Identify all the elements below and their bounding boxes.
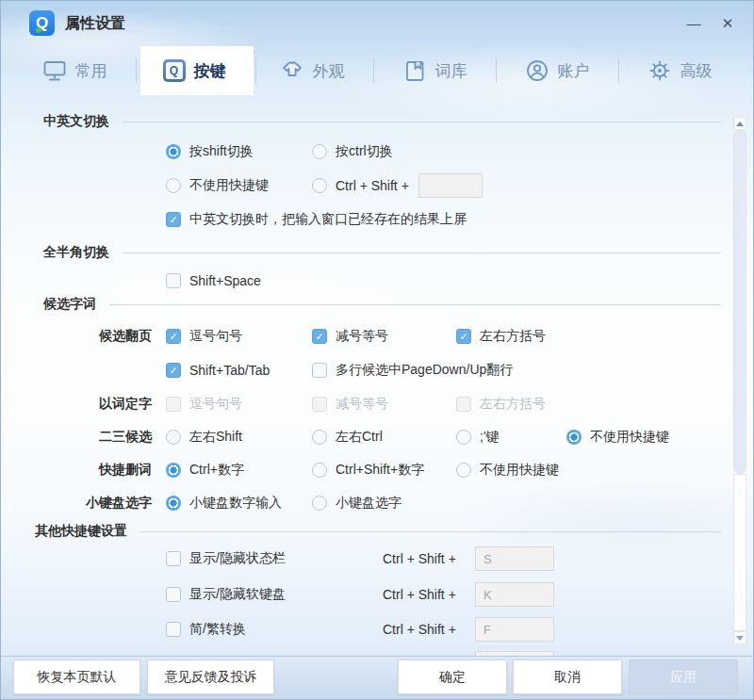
tab-advanced-label: 高级 <box>680 60 713 82</box>
checkbox-shift-space[interactable]: Shift+Space <box>166 273 261 288</box>
radio-numpad-select[interactable]: 小键盘选字 <box>312 495 402 512</box>
hotkey-key-input[interactable]: K <box>475 582 554 607</box>
close-button[interactable]: ✕ <box>715 13 740 34</box>
row-label-paging: 候选翻页 <box>1 328 152 345</box>
checkbox-checked-icon: ✓ <box>312 329 327 344</box>
title-bar: Q 属性设置 — ✕ <box>1 1 754 46</box>
tab-appearance-label: 外观 <box>313 60 345 82</box>
ok-button[interactable]: 确定 <box>398 659 507 694</box>
tab-general[interactable]: 常用 <box>16 46 133 95</box>
tab-advanced[interactable]: 高级 <box>621 46 738 95</box>
tab-appearance[interactable]: 外观 <box>254 46 370 95</box>
row-label-numpad: 小键盘选字 <box>1 495 152 512</box>
radio-off-icon <box>166 178 181 193</box>
hotkey-key-input[interactable]: F <box>475 617 554 642</box>
minimize-button[interactable]: — <box>681 13 706 34</box>
radio-on-icon <box>166 144 181 159</box>
checkbox-disabled-icon <box>312 397 327 412</box>
radio-secthird-ctrl[interactable]: 左右Ctrl <box>312 429 456 446</box>
section-candidates-header: 候选字词 <box>1 292 754 317</box>
radio-on-icon <box>566 430 582 445</box>
checkbox-checked-icon: ✓ <box>456 329 471 344</box>
checkbox-unchecked-icon <box>166 622 181 637</box>
radio-delword-none[interactable]: 不使用快捷键 <box>456 462 559 479</box>
tab-keys[interactable]: Q 按键 <box>136 46 253 95</box>
checkbox-simplified-traditional[interactable]: 简/繁转换 <box>166 621 383 638</box>
checkbox-paging-shift-tab[interactable]: ✓ Shift+Tab/Tab <box>166 363 312 378</box>
tab-separator <box>373 58 374 83</box>
radio-no-hotkey[interactable]: 不使用快捷键 <box>166 177 312 194</box>
window-title: 属性设置 <box>65 14 125 34</box>
feedback-button[interactable]: 意见反馈及投诉 <box>147 659 274 694</box>
checkbox-commit-on-switch[interactable]: ✓ 中英文切换时，把输入窗口已经存在的结果上屏 <box>166 211 467 228</box>
hotkey-prefix: Ctrl + Shift + <box>383 622 475 637</box>
tab-separator <box>136 58 137 83</box>
checkbox-disabled-icon <box>456 397 471 412</box>
radio-secthird-none[interactable]: 不使用快捷键 <box>566 429 669 446</box>
user-account-icon <box>525 58 549 83</box>
section-title: 全半角切换 <box>43 244 109 261</box>
radio-on-icon <box>166 463 181 478</box>
checkbox-wordfix-comma-period: 逗号句号 <box>166 396 312 413</box>
logo-green-dot <box>36 27 41 33</box>
apply-button-disabled: 应用 <box>629 659 738 694</box>
radio-delword-ctrl-num[interactable]: Ctrl+数字 <box>166 462 312 479</box>
radio-numpad-number-input[interactable]: 小键盘数字输入 <box>166 495 312 512</box>
scroll-down-button[interactable] <box>733 631 746 644</box>
checkbox-checked-icon: ✓ <box>166 329 181 344</box>
hotkey-prefix: Ctrl + Shift + <box>383 551 475 566</box>
section-cn-en-header: 中英文切换 <box>1 109 754 134</box>
book-icon <box>402 59 427 83</box>
checkbox-paging-pagedown-up[interactable]: 多行候选中PageDown/Up翻行 <box>312 362 513 379</box>
radio-secthird-shift[interactable]: 左右Shift <box>166 429 312 446</box>
checkbox-paging-minus-equal[interactable]: ✓ 减号等号 <box>312 328 456 345</box>
radio-switch-by-shift[interactable]: 按shift切换 <box>166 143 312 160</box>
checkbox-paging-comma-period[interactable]: ✓ 逗号句号 <box>166 328 312 345</box>
checkbox-unchecked-icon <box>166 587 181 602</box>
cancel-button[interactable]: 取消 <box>513 659 622 694</box>
radio-switch-by-ctrl[interactable]: 按ctrl切换 <box>312 143 393 160</box>
checkbox-paging-brackets[interactable]: ✓ 左右方括号 <box>456 328 546 345</box>
custom-hotkey-input[interactable] <box>418 173 483 198</box>
tab-bar: 常用 Q 按键 外观 词库 账户 高级 <box>1 46 754 95</box>
checkbox-unchecked-icon <box>166 551 181 566</box>
checkbox-wordfix-minus-equal: 减号等号 <box>312 396 456 413</box>
restore-defaults-button[interactable]: 恢复本页默认 <box>13 659 140 694</box>
tab-account-label: 账户 <box>558 60 590 82</box>
keyboard-key-icon: Q <box>163 59 186 82</box>
tab-separator <box>255 58 256 83</box>
row-label-second-third: 二三候选 <box>1 429 152 446</box>
tab-dictionary[interactable]: 词库 <box>376 46 493 95</box>
section-divider <box>109 304 721 305</box>
scrollbar-thumb[interactable] <box>733 130 746 474</box>
checkbox-unchecked-icon <box>312 363 327 378</box>
tab-account[interactable]: 账户 <box>499 46 615 95</box>
monitor-icon <box>42 59 67 83</box>
checkbox-unchecked-icon <box>166 273 181 288</box>
section-divider <box>140 531 721 532</box>
radio-off-icon <box>312 463 327 478</box>
app-logo-icon: Q <box>29 10 55 36</box>
checkbox-toggle-statusbar[interactable]: 显示/隐藏状态栏 <box>166 550 383 567</box>
radio-off-icon <box>166 430 181 445</box>
radio-off-icon <box>312 496 327 511</box>
scroll-down-icon <box>736 636 744 641</box>
footer-bar: 恢复本页默认 意见反馈及投诉 确定 取消 应用 <box>1 656 754 700</box>
scroll-up-button[interactable] <box>733 117 746 130</box>
section-title: 其他快捷键设置 <box>35 523 127 540</box>
checkbox-toggle-softkeyboard[interactable]: 显示/隐藏软键盘 <box>166 586 383 603</box>
vertical-scrollbar[interactable] <box>733 117 746 644</box>
hotkey-key-input[interactable]: S <box>475 546 554 571</box>
checkbox-wordfix-brackets: 左右方括号 <box>456 396 546 413</box>
tshirt-icon <box>280 59 304 82</box>
tab-general-label: 常用 <box>75 60 107 82</box>
radio-delword-ctrl-shift-num[interactable]: Ctrl+Shift+数字 <box>312 462 456 479</box>
hotkey-prefix: Ctrl + Shift + <box>383 587 475 602</box>
tab-separator <box>496 58 497 83</box>
section-other-hotkeys-header: 其他快捷键设置 <box>1 519 754 544</box>
scrollbar-track[interactable] <box>733 474 746 631</box>
radio-secthird-semicolon[interactable]: ;'键 <box>456 429 566 446</box>
radio-off-icon <box>456 430 471 445</box>
radio-custom-hotkey[interactable]: Ctrl + Shift + <box>312 178 409 193</box>
scroll-up-icon <box>736 122 744 126</box>
